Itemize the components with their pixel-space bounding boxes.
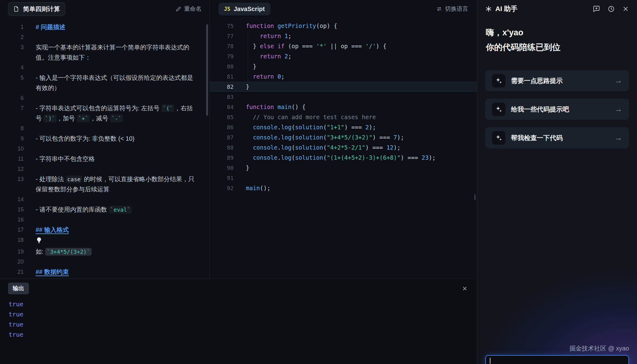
line-number: 20	[0, 257, 24, 267]
watermark: 掘金技术社区 @ xyao	[485, 344, 629, 353]
line-number: 16	[0, 215, 24, 225]
token: (	[323, 134, 327, 141]
code-line[interactable]: 82}	[210, 82, 477, 92]
code-line[interactable]: 87 console.log(solution("3+4*5/(3+2)") =…	[210, 132, 477, 143]
app-root: 简单四则计算 重命名 1# 问题描述23实现一个基本的计算器来计算一个简单的字符…	[0, 0, 637, 364]
markdown-text: - 字符串中不包含空格	[36, 154, 210, 164]
switch-language-button[interactable]: 切换语言	[436, 5, 468, 13]
token: .	[277, 124, 281, 131]
token: log	[281, 154, 291, 161]
line-number: 79	[210, 51, 234, 61]
token: function	[246, 104, 274, 110]
token	[274, 43, 277, 49]
token: '*'	[316, 43, 327, 49]
markdown-text	[36, 257, 210, 267]
token	[274, 22, 277, 29]
token: ;	[288, 53, 291, 60]
editor-scrollbar[interactable]	[474, 194, 476, 200]
ai-suggestion-card[interactable]: 给我一些代码提示吧→	[485, 99, 629, 120]
token: ;	[281, 73, 284, 80]
token	[246, 144, 253, 151]
code-line[interactable]: 80 }	[210, 61, 477, 72]
markdown-line: 2	[0, 32, 210, 42]
output-tab[interactable]: 输出	[8, 283, 29, 294]
token: 2	[365, 124, 369, 131]
markdown-line: 14	[0, 194, 210, 205]
markdown-line: 7- 字符串表达式可以包含的运算符号为: 左括号 `(`，右括号 `)`，加号 …	[0, 103, 210, 123]
sparkle-icon	[492, 131, 505, 145]
line-number: 18	[0, 235, 24, 245]
text-segment: ## 数据约束	[36, 268, 69, 275]
line-number: 83	[210, 92, 234, 102]
token: '/'	[365, 43, 376, 49]
markdown-text	[36, 164, 210, 174]
markdown-line: 13- 处理除法 case 的时候，可以直接省略小数部分结果，只保留整数部分参与…	[0, 174, 210, 194]
line-number: 89	[210, 153, 234, 163]
output-value: true	[9, 309, 468, 319]
problem-content: 1# 问题描述23实现一个基本的计算器来计算一个简单的字符串表达式的值。注意事项…	[0, 18, 210, 279]
token: solution	[295, 134, 323, 141]
problem-scrollbar[interactable]	[206, 24, 208, 116]
token: }	[246, 83, 249, 90]
code-line[interactable]: 92main();	[210, 183, 477, 193]
code-line[interactable]: 84function main() {	[210, 102, 477, 112]
markdown-text	[36, 63, 210, 73]
chat-input[interactable]	[485, 355, 629, 364]
code-line[interactable]: 83	[210, 92, 477, 102]
indent-guide	[248, 41, 248, 51]
line-number: 80	[210, 61, 234, 72]
code-line[interactable]: 77 return 1;	[210, 31, 477, 41]
markdown-text: - 可以包含的数字为: 非负整数 (< 10)	[36, 134, 210, 144]
output-panel: 输出 × truetruetruetrue	[0, 279, 477, 364]
token: "3+4*5/(3+2)"	[327, 134, 372, 141]
close-icon[interactable]	[622, 6, 629, 12]
code-text: function main() {	[246, 102, 306, 112]
problem-panel: 简单四则计算 重命名 1# 问题描述23实现一个基本的计算器来计算一个简单的字符…	[0, 0, 210, 279]
code-line[interactable]: 91	[210, 173, 477, 183]
text-segment: `)`	[44, 115, 57, 122]
code-text: return 0;	[246, 72, 285, 82]
line-number: 1	[0, 22, 24, 32]
rename-button[interactable]: 重命名	[175, 5, 202, 13]
new-chat-icon[interactable]	[593, 5, 600, 13]
line-number: 77	[210, 31, 234, 41]
text-caret	[490, 358, 490, 364]
ai-suggestion-card[interactable]: 需要一点思路提示→	[485, 70, 629, 91]
token: if	[277, 43, 285, 49]
ai-suggestion-card[interactable]: 帮我检查一下代码→	[485, 127, 629, 148]
code-line[interactable]: 81 return 0;	[210, 72, 477, 82]
code-lines[interactable]: 75function getPriority(op) {77 return 1;…	[210, 18, 477, 279]
output-close-icon[interactable]: ×	[462, 284, 467, 292]
code-line[interactable]: 85 // You can add more test cases here	[210, 112, 477, 122]
history-icon[interactable]	[608, 5, 615, 13]
text-segment: `-`	[110, 115, 123, 122]
token: "4+2*5-2/1"	[327, 144, 365, 151]
code-line[interactable]: 79 return 2;	[210, 51, 477, 61]
glow-decoration	[477, 0, 637, 364]
language-tab[interactable]: JS JavaScript	[218, 3, 270, 15]
token: (	[292, 124, 295, 131]
output-header: 输出 ×	[0, 279, 477, 294]
markdown-line: 21## 数据约束	[0, 267, 210, 277]
code-line[interactable]: 88 console.log(solution("4+2*5-2/1") ===…	[210, 143, 477, 153]
markdown-line: 20	[0, 257, 210, 267]
text-segment: # 问题描述	[36, 24, 65, 30]
line-number: 82	[210, 82, 234, 92]
line-number: 21	[0, 267, 24, 277]
line-number: 3	[0, 42, 24, 53]
code-text: console.log(solution("1+1") === 2);	[246, 122, 376, 132]
token: || op ===	[327, 43, 365, 49]
token	[246, 134, 253, 141]
code-line[interactable]: 86 console.log(solution("1+1") === 2);	[210, 122, 477, 132]
code-line[interactable]: 78 } else if (op === '*' || op === '/') …	[210, 41, 477, 51]
lightbulb-icon	[36, 235, 42, 245]
problem-title-chip[interactable]: 简单四则计算	[8, 2, 65, 16]
sparkle-icon	[492, 103, 505, 116]
code-line[interactable]: 75function getPriority(op) {	[210, 21, 477, 31]
code-line[interactable]: 90}	[210, 163, 477, 173]
markdown-text	[36, 93, 210, 103]
token: log	[281, 124, 291, 131]
token	[274, 104, 277, 110]
line-number: 92	[210, 183, 234, 193]
code-line[interactable]: 89 console.log(solution("(1+(4+5+2)-3)+(…	[210, 153, 477, 163]
